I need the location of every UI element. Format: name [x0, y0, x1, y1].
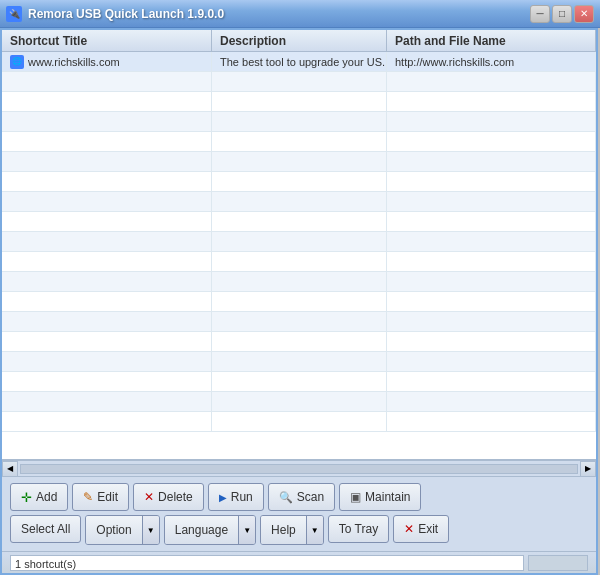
- table-row[interactable]: [2, 272, 596, 292]
- table-row[interactable]: [2, 332, 596, 352]
- table-header: Shortcut Title Description Path and File…: [2, 30, 596, 52]
- exit-icon: ✕: [404, 522, 414, 536]
- option-label[interactable]: Option: [86, 516, 142, 544]
- titlebar-left: 🔌 Remora USB Quick Launch 1.9.0.0: [6, 6, 224, 22]
- table-body[interactable]: 🌐 www.richskills.com The best tool to up…: [2, 52, 596, 459]
- to-tray-label: To Tray: [339, 522, 378, 536]
- table-row[interactable]: [2, 292, 596, 312]
- window-title: Remora USB Quick Launch 1.9.0.0: [28, 7, 224, 21]
- minimize-button[interactable]: ─: [530, 5, 550, 23]
- cell-path: http://www.richskills.com: [387, 52, 596, 71]
- table-row[interactable]: [2, 312, 596, 332]
- select-all-label: Select All: [21, 522, 70, 536]
- button-row-2: Select All Option ▼ Language ▼ Help ▼: [10, 515, 588, 545]
- help-arrow-icon[interactable]: ▼: [307, 516, 323, 544]
- titlebar: 🔌 Remora USB Quick Launch 1.9.0.0 ─ □ ✕: [0, 0, 600, 28]
- edit-icon: ✎: [83, 490, 93, 504]
- scan-label: Scan: [297, 490, 324, 504]
- help-label[interactable]: Help: [261, 516, 307, 544]
- buttons-area: ✛ Add ✎ Edit ✕ Delete ▶ Run 🔍 Scan ▣ Mai…: [2, 476, 596, 551]
- scan-button[interactable]: 🔍 Scan: [268, 483, 335, 511]
- option-dropdown[interactable]: Option ▼: [85, 515, 159, 545]
- table-row[interactable]: [2, 252, 596, 272]
- scan-icon: 🔍: [279, 491, 293, 504]
- exit-label: Exit: [418, 522, 438, 536]
- table-row[interactable]: [2, 412, 596, 432]
- language-arrow-icon[interactable]: ▼: [239, 516, 255, 544]
- main-window: Shortcut Title Description Path and File…: [0, 28, 598, 575]
- table-row[interactable]: [2, 372, 596, 392]
- col-header-description: Description: [212, 30, 387, 51]
- edit-button[interactable]: ✎ Edit: [72, 483, 129, 511]
- cell-shortcut: 🌐 www.richskills.com: [2, 52, 212, 71]
- language-dropdown[interactable]: Language ▼: [164, 515, 256, 545]
- statusbar: 1 shortcut(s): [2, 551, 596, 573]
- run-label: Run: [231, 490, 253, 504]
- language-label[interactable]: Language: [165, 516, 239, 544]
- table-row[interactable]: [2, 112, 596, 132]
- scroll-left-button[interactable]: ◀: [2, 461, 18, 477]
- button-row-1: ✛ Add ✎ Edit ✕ Delete ▶ Run 🔍 Scan ▣ Mai…: [10, 483, 588, 511]
- select-all-button[interactable]: Select All: [10, 515, 81, 543]
- horizontal-scrollbar[interactable]: ◀ ▶: [2, 460, 596, 476]
- status-right-panel: [528, 555, 588, 571]
- table-row[interactable]: [2, 352, 596, 372]
- run-icon: ▶: [219, 492, 227, 503]
- add-icon: ✛: [21, 490, 32, 505]
- table-row[interactable]: [2, 212, 596, 232]
- row-icon: 🌐: [10, 55, 24, 69]
- delete-label: Delete: [158, 490, 193, 504]
- maximize-button[interactable]: □: [552, 5, 572, 23]
- col-header-shortcut: Shortcut Title: [2, 30, 212, 51]
- scroll-track[interactable]: [20, 464, 578, 474]
- delete-button[interactable]: ✕ Delete: [133, 483, 204, 511]
- table-row[interactable]: [2, 232, 596, 252]
- titlebar-controls: ─ □ ✕: [530, 5, 594, 23]
- maintain-label: Maintain: [365, 490, 410, 504]
- add-label: Add: [36, 490, 57, 504]
- table-row[interactable]: 🌐 www.richskills.com The best tool to up…: [2, 52, 596, 72]
- option-arrow-icon[interactable]: ▼: [143, 516, 159, 544]
- col-header-path: Path and File Name: [387, 30, 596, 51]
- edit-label: Edit: [97, 490, 118, 504]
- close-button[interactable]: ✕: [574, 5, 594, 23]
- table-row[interactable]: [2, 392, 596, 412]
- table-row[interactable]: [2, 132, 596, 152]
- scroll-right-button[interactable]: ▶: [580, 461, 596, 477]
- cell-description: The best tool to upgrade your US...: [212, 52, 387, 71]
- table-container: Shortcut Title Description Path and File…: [2, 30, 596, 460]
- app-icon: 🔌: [6, 6, 22, 22]
- maintain-button[interactable]: ▣ Maintain: [339, 483, 421, 511]
- run-button[interactable]: ▶ Run: [208, 483, 264, 511]
- table-row[interactable]: [2, 92, 596, 112]
- exit-button[interactable]: ✕ Exit: [393, 515, 449, 543]
- help-dropdown[interactable]: Help ▼: [260, 515, 324, 545]
- to-tray-button[interactable]: To Tray: [328, 515, 389, 543]
- table-row[interactable]: [2, 172, 596, 192]
- table-row[interactable]: [2, 152, 596, 172]
- status-text: 1 shortcut(s): [10, 555, 524, 571]
- delete-icon: ✕: [144, 490, 154, 504]
- maintain-icon: ▣: [350, 490, 361, 504]
- add-button[interactable]: ✛ Add: [10, 483, 68, 511]
- table-row[interactable]: [2, 72, 596, 92]
- table-row[interactable]: [2, 192, 596, 212]
